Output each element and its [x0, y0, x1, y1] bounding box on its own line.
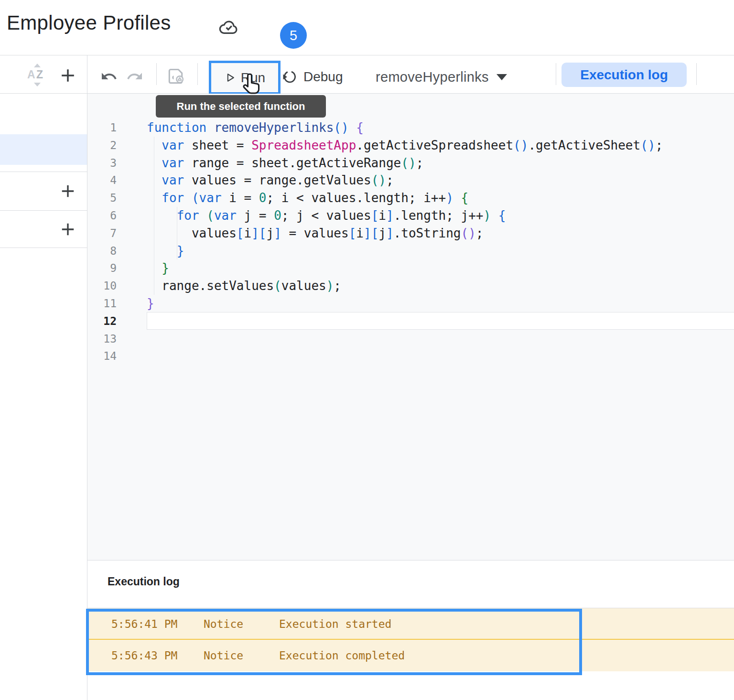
redo-button[interactable] [125, 67, 144, 86]
undo-button[interactable] [99, 67, 119, 86]
code-line[interactable]: 2 var sheet = SpreadsheetApp.getActiveSp… [87, 137, 734, 154]
code-line[interactable]: 7 values[i][j] = values[i][j].toString()… [87, 225, 734, 242]
code-line[interactable]: 14 [87, 347, 734, 365]
line-number: 14 [87, 347, 117, 365]
line-number: 9 [87, 259, 117, 277]
code-line[interactable]: 9 } [87, 259, 734, 277]
code-line[interactable]: 12 [87, 312, 734, 330]
code-lines[interactable]: 1function removeHyperlinks() {2 var shee… [87, 119, 734, 365]
panel-row-divider [0, 248, 87, 248]
code-line[interactable]: 3 var range = sheet.getActiveRange(); [87, 154, 734, 172]
line-number: 3 [87, 154, 117, 172]
document-title: Employee Profiles [7, 11, 171, 34]
line-number: 11 [87, 295, 117, 312]
sort-down-icon [34, 83, 41, 86]
annotation-highlight-box [86, 609, 582, 675]
toolbar-separator [156, 63, 157, 85]
line-number: 10 [87, 277, 117, 295]
line-number: 8 [87, 242, 117, 260]
line-number: 1 [87, 119, 117, 137]
toolbar-separator [556, 63, 556, 85]
line-number: 2 [87, 137, 117, 154]
play-icon [224, 72, 236, 84]
line-number: 7 [87, 225, 117, 242]
run-tooltip: Run the selected function [156, 95, 326, 118]
function-selector-value: removeHyperlinks [376, 69, 489, 85]
annotation-step-badge: 5 [280, 22, 307, 49]
add-library-button[interactable] [57, 181, 78, 202]
line-number: 6 [87, 207, 117, 225]
code-line[interactable]: 10 range.setValues(values); [87, 277, 734, 295]
execution-log-title: Execution log [108, 575, 180, 588]
toolbar-separator [696, 63, 697, 85]
debug-icon [281, 68, 298, 86]
apps-script-editor: Employee Profiles 5 AZ [0, 0, 734, 700]
selected-file-row[interactable] [0, 134, 87, 165]
code-line[interactable]: 11} [87, 295, 734, 312]
function-selector[interactable]: removeHyperlinks [376, 66, 507, 88]
panel-row-divider [0, 210, 87, 211]
line-number: 5 [87, 189, 117, 207]
line-number: 12 [87, 312, 117, 330]
panel-row-divider [0, 172, 87, 172]
chevron-down-icon [497, 74, 507, 80]
code-line[interactable]: 6 for (var j = 0; j < values[i].length; … [87, 207, 734, 225]
add-service-button[interactable] [57, 219, 78, 240]
add-file-button[interactable] [56, 64, 79, 87]
execution-log-button[interactable]: Execution log [561, 63, 687, 87]
debug-button[interactable]: Debug [281, 66, 343, 88]
debug-button-label: Debug [303, 69, 343, 85]
hand-cursor-icon [239, 71, 266, 97]
code-line[interactable]: 5 for (var i = 0; i < values.length; i++… [87, 189, 734, 207]
code-line[interactable]: 4 var values = range.getValues(); [87, 172, 734, 189]
cloud-saved-icon [218, 16, 240, 38]
toolbar-separator [197, 63, 198, 85]
line-number: 13 [87, 330, 117, 348]
code-line[interactable]: 8 } [87, 242, 734, 260]
sort-up-icon [34, 64, 41, 67]
line-number: 4 [87, 172, 117, 189]
log-panel-divider [87, 560, 734, 560]
code-line[interactable]: 1function removeHyperlinks() { [87, 119, 734, 137]
sort-files-az-icon[interactable]: AZ [26, 63, 50, 88]
header-divider [0, 55, 734, 55]
save-project-icon[interactable] [165, 65, 187, 87]
code-line[interactable]: 13 [87, 330, 734, 348]
